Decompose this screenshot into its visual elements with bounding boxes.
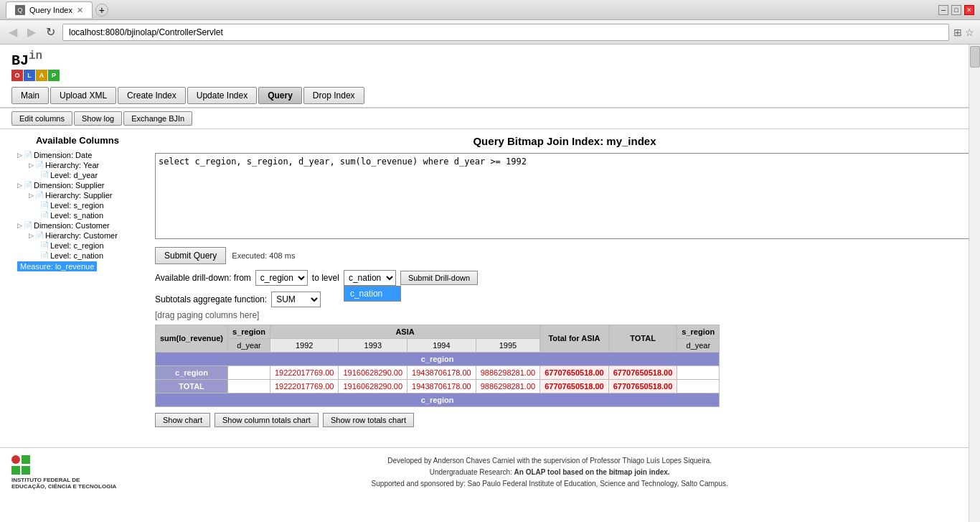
folder-icon: 📄 xyxy=(35,231,44,239)
th-sum-lo-revenue: sum(lo_revenue) xyxy=(156,325,228,352)
td-asia-val-1 xyxy=(228,365,270,379)
sub-nav-exchange-bjin[interactable]: Exchange BJIn xyxy=(123,111,192,126)
star-icon[interactable]: ☆ xyxy=(965,27,974,38)
list-item: Measure: lo_revenue xyxy=(6,261,149,272)
back-button[interactable]: ◀ xyxy=(6,24,20,40)
subtotals-select[interactable]: SUM AVG COUNT xyxy=(272,292,320,307)
sidebar: Available Columns ▷ 📄 Dimension: Date ▷ … xyxy=(6,135,149,427)
nav-create-index[interactable]: Create Index xyxy=(118,87,186,104)
nav-upload-xml[interactable]: Upload XML xyxy=(50,87,116,104)
subtotals-select-container: SUM AVG COUNT xyxy=(271,292,321,307)
tree-label: Level: s_region xyxy=(50,201,104,210)
drill-to-label: to level xyxy=(312,273,339,283)
file-icon: 📄 xyxy=(40,201,49,209)
td-asia-total-asia: 67707650518.00 xyxy=(540,365,609,379)
drill-dropdown-option[interactable]: c_nation xyxy=(344,286,400,301)
refresh-button[interactable]: ↻ xyxy=(43,24,58,40)
submit-drill-button[interactable]: Submit Drill-down xyxy=(400,271,478,285)
subtotals-label: Subtotals aggregate function: xyxy=(155,294,267,304)
th-total-for-asia: Total for ASIA xyxy=(540,325,609,352)
show-column-totals-chart-button[interactable]: Show column totals chart xyxy=(215,413,319,427)
list-item: 📄 Level: s_region xyxy=(6,200,149,210)
tree-selected-item[interactable]: Measure: lo_revenue xyxy=(17,261,97,271)
logo-sq-p: P xyxy=(48,70,60,81)
query-textarea[interactable]: select c_region, s_region, d_year, sum(l… xyxy=(155,153,974,239)
drill-to-select-container: c_nation c_region c_nation xyxy=(344,270,396,286)
th-asia: ASIA xyxy=(270,325,540,338)
th-1995: 1995 xyxy=(476,338,540,352)
show-row-totals-chart-button[interactable]: Show row totals chart xyxy=(323,413,414,427)
footer-credit: Developed by Anderson Chaves Carniel wit… xyxy=(131,455,969,467)
expand-icon[interactable]: ▷ xyxy=(17,182,22,189)
th-1992: 1992 xyxy=(270,338,339,352)
list-item: 📄 Level: c_nation xyxy=(6,251,149,261)
window-controls: ─ □ ✕ xyxy=(938,5,974,15)
table-header-row-1: sum(lo_revenue) s_region ASIA Total for … xyxy=(156,325,720,338)
expand-icon[interactable]: ▷ xyxy=(17,152,22,159)
address-bar[interactable] xyxy=(62,24,949,41)
footer: INSTITUTO FEDERAL DEEDUCAÇÃO, CIÊNCIA E … xyxy=(0,447,980,497)
tree-label: Dimension: Date xyxy=(34,151,92,159)
list-item: 📄 Level: s_nation xyxy=(6,210,149,220)
nav-drop-index[interactable]: Drop Index xyxy=(303,87,364,104)
list-item: ▷ 📄 Dimension: Date xyxy=(6,150,149,160)
scrollbar[interactable] xyxy=(969,45,980,522)
bookmark-icon[interactable]: ⊞ xyxy=(953,27,962,38)
executed-text: Executed: 408 ms xyxy=(232,251,295,260)
footer-text: Developed by Anderson Chaves Carniel wit… xyxy=(131,455,969,490)
file-icon: 📄 xyxy=(40,251,49,259)
tree-label: Level: c_region xyxy=(50,241,104,250)
nav-query[interactable]: Query xyxy=(258,87,302,104)
maximize-button[interactable]: □ xyxy=(951,5,961,15)
close-button[interactable]: ✕ xyxy=(964,5,974,15)
chart-buttons: Show chart Show column totals chart Show… xyxy=(155,413,974,427)
drill-to-select[interactable]: c_nation c_region xyxy=(344,271,395,285)
expand-icon[interactable]: ▷ xyxy=(29,192,34,199)
table-row: TOTAL 19222017769.00 19160628290.00 1943… xyxy=(156,379,720,393)
header: BJin O L A P Main Upload XML Create Inde… xyxy=(0,45,980,108)
nav-update-index[interactable]: Update Index xyxy=(187,87,257,104)
td-total-1995: 9886298281.00 xyxy=(476,379,540,393)
scrollbar-thumb[interactable] xyxy=(970,46,980,67)
new-tab-button[interactable]: + xyxy=(95,4,108,17)
footer-undergraduate: Undergraduate Research: An OLAP tool bas… xyxy=(131,467,969,478)
list-item: 📄 Level: d_year xyxy=(6,170,149,180)
td-total-total: 67707650518.00 xyxy=(608,379,677,393)
th-1993: 1993 xyxy=(339,338,407,352)
drill-from-label: Available drill-down: from xyxy=(155,273,251,283)
browser-toolbar: ◀ ▶ ↻ ⊞ ☆ xyxy=(0,20,980,45)
show-chart-button[interactable]: Show chart xyxy=(155,413,210,427)
folder-icon: 📄 xyxy=(35,161,44,169)
nav-main[interactable]: Main xyxy=(11,87,49,104)
sub-nav-edit-columns[interactable]: Edit columns xyxy=(11,111,72,126)
expand-icon[interactable]: ▷ xyxy=(29,232,34,239)
forward-button[interactable]: ▶ xyxy=(24,24,39,40)
sub-nav-show-log[interactable]: Show log xyxy=(74,111,122,126)
tab-title: Query Index xyxy=(29,6,72,14)
list-item: ▷ 📄 Hierarchy: Customer xyxy=(6,230,149,241)
td-total-total-asia: 67707650518.00 xyxy=(540,379,609,393)
td-asia-1995: 9886298281.00 xyxy=(476,365,540,379)
browser-tab: Q Query Index ✕ xyxy=(6,1,93,18)
td-total-s-region xyxy=(677,379,720,393)
td-total-1994: 19438706178.00 xyxy=(407,379,476,393)
logo-sq-a: A xyxy=(36,70,47,81)
tab-close-button[interactable]: ✕ xyxy=(77,6,83,15)
content-area: Query Bitmap Join Index: my_index select… xyxy=(155,135,974,427)
paging-hint: [drag paging columns here] xyxy=(155,310,974,320)
td-asia-1993: 19160628290.00 xyxy=(339,365,407,379)
bjin-logo: BJin O L A P xyxy=(11,50,60,81)
file-icon: 📄 xyxy=(40,211,49,219)
drill-from-select-container: c_region s_region d_year xyxy=(255,270,308,286)
drill-from-select[interactable]: c_region s_region d_year xyxy=(256,271,307,285)
sub-nav: Edit columns Show log Exchange BJIn xyxy=(0,108,980,129)
minimize-button[interactable]: ─ xyxy=(938,5,948,15)
expand-icon[interactable]: ▷ xyxy=(29,162,34,169)
bjin-logo-squares: O L A P xyxy=(11,70,60,81)
submit-query-button[interactable]: Submit Query xyxy=(155,247,226,264)
td-asia-label: c_region xyxy=(156,365,228,379)
td-total-label: TOTAL xyxy=(156,379,228,393)
expand-icon[interactable]: ▷ xyxy=(17,222,22,229)
td-asia-1994: 19438706178.00 xyxy=(407,365,476,379)
query-title: Query Bitmap Join Index: my_index xyxy=(155,135,974,147)
